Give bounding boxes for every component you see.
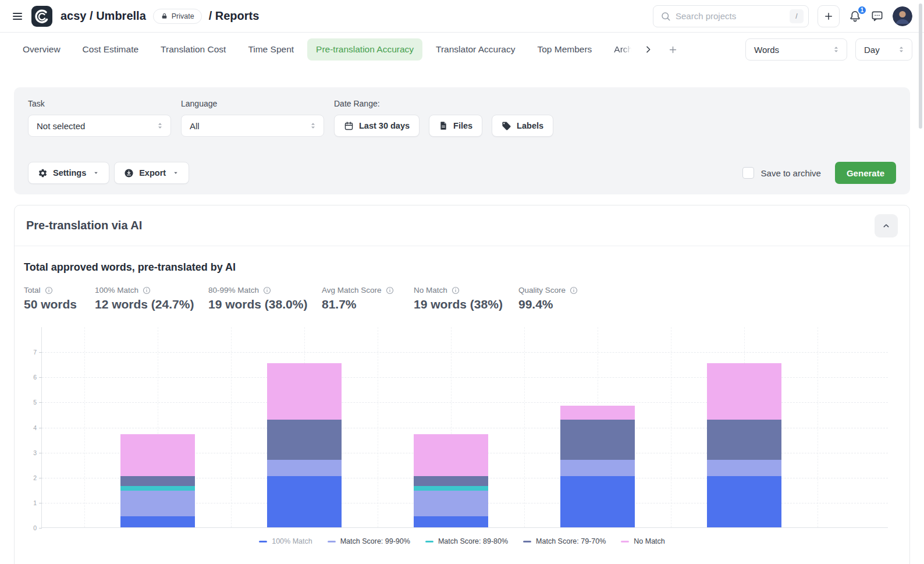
legend-color-dash — [523, 541, 531, 542]
task-filter-label: Task — [28, 99, 171, 108]
y-axis-tickmark — [39, 377, 42, 378]
tab-overview[interactable]: Overview — [14, 38, 69, 61]
pre-translation-report-card: Pre-translation via AI Total approved wo… — [14, 205, 910, 564]
tab-translator-accuracy[interactable]: Translator Accuracy — [427, 38, 524, 61]
report-card-header: Pre-translation via AI — [15, 205, 909, 246]
tab-translation-cost[interactable]: Translation Cost — [152, 38, 234, 61]
search-shortcut-key: / — [790, 9, 804, 23]
bar-segment — [707, 476, 781, 527]
privacy-badge[interactable]: Private — [153, 9, 202, 24]
y-axis-tick-label: 3 — [23, 449, 37, 456]
legend-color-dash — [259, 541, 267, 542]
stat-100-match: 100% Match 12 words (24.7%) — [95, 286, 208, 311]
tab-top-members[interactable]: Top Members — [528, 38, 600, 61]
tab-cost-estimate[interactable]: Cost Estimate — [74, 38, 147, 61]
bar-segment — [560, 420, 635, 460]
files-filter-button[interactable]: Files — [429, 115, 482, 137]
stat-label: 80-99% Match — [208, 286, 259, 295]
bar-segment — [560, 406, 635, 420]
chart-bar — [120, 434, 195, 527]
generate-button[interactable]: Generate — [835, 162, 896, 184]
legend-item[interactable]: 100% Match — [259, 537, 312, 545]
caret-down-icon — [93, 169, 99, 176]
app-header: acsy / Umbrella Private / Reports / — [0, 0, 924, 33]
labels-filter-button[interactable]: Labels — [492, 115, 553, 137]
search-box[interactable]: / — [653, 5, 809, 27]
stacked-bar-chart: 01234567 100% MatchMatch Score: 99-90%Ma… — [24, 327, 900, 545]
info-icon[interactable] — [45, 286, 53, 295]
period-select[interactable]: Day — [855, 38, 912, 61]
tab-pre-translation-accuracy[interactable]: Pre-translation Accuracy — [307, 38, 422, 61]
bar-segment — [414, 434, 488, 476]
app-window: acsy / Umbrella Private / Reports / — [0, 0, 924, 564]
report-subtitle: Total approved words, pre-translated by … — [24, 261, 900, 274]
stat-label: 100% Match — [95, 286, 138, 295]
unit-select[interactable]: Words — [745, 38, 847, 61]
hamburger-icon — [12, 10, 23, 22]
stat-total: Total 50 words — [24, 286, 95, 311]
chart-legend: 100% MatchMatch Score: 99-90%Match Score… — [24, 537, 900, 545]
create-new-button[interactable] — [818, 5, 840, 27]
info-icon[interactable] — [263, 286, 271, 295]
stat-value: 81.7% — [322, 297, 414, 311]
report-tabs: Overview Cost Estimate Translation Cost … — [0, 33, 924, 66]
task-select[interactable]: Not selected — [28, 115, 171, 137]
horizontal-gridline — [42, 352, 888, 353]
breadcrumb-path[interactable]: acsy / Umbrella — [61, 9, 146, 23]
y-axis-tick-label: 6 — [23, 374, 37, 381]
bar-segment — [560, 476, 635, 527]
legend-item[interactable]: Match Score: 79-70% — [523, 537, 606, 545]
stat-value: 99.4% — [518, 297, 578, 311]
updown-arrows-icon — [308, 121, 318, 130]
privacy-badge-label: Private — [172, 12, 194, 20]
user-avatar[interactable] — [893, 6, 912, 26]
settings-dropdown-button[interactable]: Settings — [28, 162, 109, 184]
collapse-card-button[interactable] — [875, 214, 898, 237]
export-dropdown-button[interactable]: Export — [114, 162, 189, 184]
tab-time-spent[interactable]: Time Spent — [239, 38, 303, 61]
bar-segment — [414, 516, 488, 527]
stat-value: 50 words — [24, 297, 95, 311]
save-to-archive-option[interactable]: Save to archive — [742, 167, 821, 179]
vertical-scrollbar-thumb[interactable] — [919, 3, 922, 129]
legend-item[interactable]: Match Score: 99-90% — [328, 537, 410, 545]
stat-label: Avg Match Score — [322, 286, 382, 295]
y-axis-tickmark — [39, 402, 42, 403]
tabs-scroll-right-button[interactable] — [644, 45, 653, 54]
legend-color-dash — [328, 541, 336, 542]
menu-button[interactable] — [12, 10, 23, 22]
y-axis-tick-label: 4 — [23, 424, 37, 431]
bar-segment — [414, 476, 488, 486]
search-input[interactable] — [676, 11, 785, 21]
save-to-archive-label: Save to archive — [761, 168, 821, 178]
date-range-button[interactable]: Last 30 days — [334, 115, 420, 137]
bar-segment — [267, 476, 342, 527]
language-select[interactable]: All — [181, 115, 324, 137]
task-select-value: Not selected — [37, 121, 85, 131]
search-icon — [660, 11, 671, 22]
legend-item[interactable]: No Match — [621, 537, 665, 545]
info-icon[interactable] — [386, 286, 394, 295]
bar-segment — [707, 420, 781, 460]
report-filters-panel: Task Not selected Language All — [14, 87, 910, 194]
legend-label: Match Score: 99-90% — [340, 537, 410, 545]
info-icon[interactable] — [143, 286, 151, 295]
save-to-archive-checkbox[interactable] — [742, 167, 754, 179]
y-axis-tickmark — [39, 453, 42, 453]
lock-icon — [161, 12, 168, 20]
info-icon[interactable] — [452, 286, 460, 295]
messages-button[interactable] — [870, 9, 884, 23]
info-icon[interactable] — [570, 286, 578, 295]
legend-label: No Match — [634, 537, 665, 545]
plus-icon — [668, 45, 678, 55]
export-button-label: Export — [139, 168, 166, 178]
tab-archive-truncated[interactable]: Arch — [605, 38, 639, 61]
notifications-button[interactable]: 1 — [848, 9, 862, 23]
caret-down-icon — [172, 169, 179, 176]
stat-value: 19 words (38.0%) — [208, 297, 322, 311]
legend-item[interactable]: Match Score: 89-80% — [425, 537, 508, 545]
add-report-tab-button[interactable] — [668, 45, 678, 55]
stat-label: No Match — [414, 286, 447, 295]
y-axis-tickmark — [39, 528, 42, 528]
file-icon — [439, 121, 448, 130]
